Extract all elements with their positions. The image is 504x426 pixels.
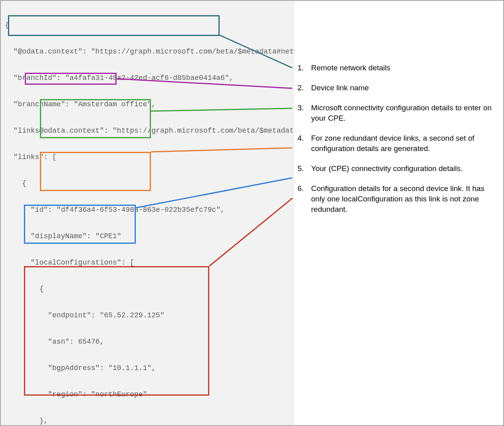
code-line: { xyxy=(5,179,294,188)
legend-item-5: 5. Your (CPE) connectivity configuration… xyxy=(298,163,497,174)
legend-text: Device link name xyxy=(311,83,497,93)
legend-number: 4. xyxy=(298,133,311,143)
legend: 1. Remote network details 2. Device link… xyxy=(294,1,504,224)
legend-text: Remote network details xyxy=(311,63,497,73)
json-code-block: { "@odata.context": "https://graph.micro… xyxy=(1,1,294,425)
code-line: { xyxy=(5,21,294,30)
legend-number: 1. xyxy=(298,63,311,73)
legend-item-2: 2. Device link name xyxy=(298,83,497,93)
legend-text: Your (CPE) connectivity configuration de… xyxy=(311,163,497,174)
code-line: "id": "df4f36a4-6f53-498a-863e-022b35efc… xyxy=(5,205,294,214)
legend-item-1: 1. Remote network details xyxy=(298,63,497,73)
annotated-json-figure: { "@odata.context": "https://graph.micro… xyxy=(0,0,504,426)
legend-item-4: 4. For zone redundant device links, a se… xyxy=(298,133,497,154)
code-line: "links": [ xyxy=(5,153,294,161)
legend-number: 3. xyxy=(298,103,311,113)
legend-number: 6. xyxy=(298,183,311,194)
code-line: "asn": 65476, xyxy=(5,337,294,346)
code-line: "branchId": "a4fafa31-48a2-42ed-acf6-d85… xyxy=(5,74,294,82)
code-line: "region": "northEurope" xyxy=(5,390,294,399)
code-line: }, xyxy=(5,416,294,425)
legend-text: Configuration details for a second devic… xyxy=(311,183,497,215)
legend-item-6: 6. Configuration details for a second de… xyxy=(298,183,497,215)
code-line: "localConfigurations": [ xyxy=(5,258,294,267)
legend-text: For zone redundant device links, a secon… xyxy=(311,133,497,154)
code-line: "endpoint": "65.52.229.125" xyxy=(5,311,294,320)
legend-item-3: 3. Microsoft connectivity configuration … xyxy=(298,103,497,123)
code-line: { xyxy=(5,285,294,293)
code-line: "displayName": "CPE1" xyxy=(5,232,294,241)
legend-number: 2. xyxy=(298,83,311,93)
code-line: "bgpAddress": "10.1.1.1", xyxy=(5,364,294,372)
code-line: "@odata.context": "https://graph.microso… xyxy=(5,47,294,56)
code-line: "branchName": "Amsterdam office", xyxy=(5,100,294,109)
code-line: "links@odata.context": "https://graph.mi… xyxy=(5,126,294,135)
legend-text: Microsoft connectivity configuration det… xyxy=(311,103,497,123)
legend-number: 5. xyxy=(298,163,311,174)
